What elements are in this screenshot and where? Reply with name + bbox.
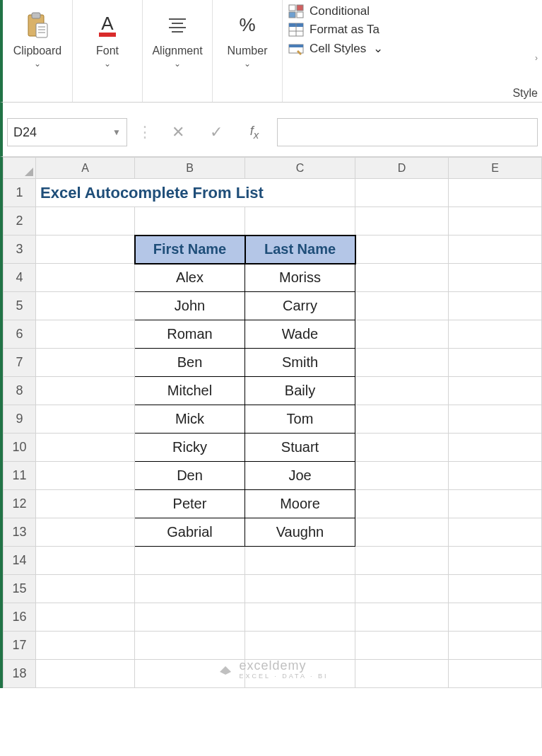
table-row[interactable]: Stuart	[245, 434, 355, 462]
cell[interactable]	[449, 179, 542, 207]
cell[interactable]	[355, 518, 449, 547]
cell[interactable]	[355, 660, 449, 688]
cell[interactable]	[135, 207, 245, 235]
table-row[interactable]: Den	[135, 462, 245, 490]
table-header-first[interactable]: First Name	[135, 235, 245, 264]
column-header[interactable]: C	[245, 158, 355, 179]
cell[interactable]	[355, 405, 449, 434]
table-row[interactable]: Roman	[135, 320, 245, 349]
format-as-table-button[interactable]: Format as Ta	[288, 23, 536, 37]
cell[interactable]	[449, 518, 542, 547]
cell[interactable]	[355, 575, 449, 603]
table-row[interactable]: Peter	[135, 490, 245, 518]
font-button[interactable]: A Font ⌄	[80, 3, 135, 74]
table-row[interactable]: Mick	[135, 405, 245, 434]
cell[interactable]	[449, 603, 542, 632]
cell[interactable]	[355, 462, 449, 490]
row-header[interactable]: 18	[4, 660, 36, 688]
cell[interactable]	[355, 547, 449, 575]
table-row[interactable]: Gabrial	[135, 518, 245, 547]
cell[interactable]	[449, 405, 542, 434]
cell[interactable]	[355, 490, 449, 518]
table-row[interactable]: Smith	[245, 349, 355, 377]
cell[interactable]	[355, 320, 449, 349]
row-header[interactable]: 7	[4, 349, 36, 377]
cell[interactable]	[36, 207, 135, 235]
cell[interactable]	[449, 349, 542, 377]
dropdown-icon[interactable]: ▼	[112, 127, 121, 137]
cell-styles-button[interactable]: Cell Styles ⌄	[288, 41, 536, 56]
select-all-corner[interactable]	[4, 158, 36, 179]
cell[interactable]	[449, 632, 542, 660]
table-row[interactable]: Alex	[135, 264, 245, 292]
cell[interactable]	[36, 462, 135, 490]
cell[interactable]	[36, 632, 135, 660]
column-header[interactable]: D	[355, 158, 449, 179]
cell[interactable]	[36, 264, 135, 292]
row-header[interactable]: 14	[4, 547, 36, 575]
cell[interactable]	[449, 547, 542, 575]
column-header[interactable]: B	[135, 158, 245, 179]
row-header[interactable]: 11	[4, 462, 36, 490]
cell[interactable]	[355, 434, 449, 462]
cancel-formula-button[interactable]: ✕	[163, 118, 194, 146]
row-header[interactable]: 15	[4, 575, 36, 603]
row-header[interactable]: 17	[4, 632, 36, 660]
cell[interactable]	[449, 377, 542, 405]
cell[interactable]	[36, 405, 135, 434]
cell[interactable]	[135, 660, 245, 688]
cell[interactable]	[355, 603, 449, 632]
cell[interactable]	[245, 207, 355, 235]
enter-formula-button[interactable]: ✓	[201, 118, 232, 146]
cell[interactable]	[449, 235, 542, 264]
row-header[interactable]: 8	[4, 377, 36, 405]
table-row[interactable]: Moriss	[245, 264, 355, 292]
cell[interactable]	[355, 632, 449, 660]
table-row[interactable]: Mitchel	[135, 377, 245, 405]
cell[interactable]	[355, 349, 449, 377]
cell[interactable]	[449, 292, 542, 320]
cell[interactable]	[449, 660, 542, 688]
cell[interactable]	[36, 603, 135, 632]
cell[interactable]	[449, 264, 542, 292]
table-row[interactable]: Carry	[245, 292, 355, 320]
row-header[interactable]: 6	[4, 320, 36, 349]
cell[interactable]	[245, 547, 355, 575]
row-header[interactable]: 5	[4, 292, 36, 320]
row-header[interactable]: 1	[4, 179, 36, 207]
title-cell[interactable]: Excel Autocomplete From List	[36, 179, 355, 207]
cell[interactable]	[449, 320, 542, 349]
cell[interactable]	[36, 292, 135, 320]
table-row[interactable]: Tom	[245, 405, 355, 434]
row-header[interactable]: 12	[4, 490, 36, 518]
row-header[interactable]: 3	[4, 235, 36, 264]
cell[interactable]	[245, 603, 355, 632]
alignment-button[interactable]: Alignment ⌄	[150, 3, 205, 74]
cell[interactable]	[36, 377, 135, 405]
cell[interactable]	[245, 575, 355, 603]
cell[interactable]	[135, 632, 245, 660]
formula-input[interactable]	[277, 118, 538, 146]
cell[interactable]	[245, 660, 355, 688]
cell[interactable]	[355, 179, 449, 207]
row-header[interactable]: 13	[4, 518, 36, 547]
cell[interactable]	[355, 292, 449, 320]
cell[interactable]	[135, 575, 245, 603]
ribbon-expand-button[interactable]: ›	[531, 44, 542, 72]
cell[interactable]	[36, 547, 135, 575]
table-row[interactable]: Ben	[135, 349, 245, 377]
column-header[interactable]: A	[36, 158, 135, 179]
cell[interactable]	[449, 462, 542, 490]
cell[interactable]	[449, 207, 542, 235]
name-box[interactable]: D24 ▼	[7, 118, 127, 146]
row-header[interactable]: 10	[4, 434, 36, 462]
table-row[interactable]: Moore	[245, 490, 355, 518]
cell[interactable]	[36, 235, 135, 264]
cell[interactable]	[355, 377, 449, 405]
row-header[interactable]: 16	[4, 603, 36, 632]
cell[interactable]	[449, 490, 542, 518]
row-header[interactable]: 2	[4, 207, 36, 235]
table-row[interactable]: Baily	[245, 377, 355, 405]
cell[interactable]	[36, 320, 135, 349]
cell[interactable]	[355, 207, 449, 235]
